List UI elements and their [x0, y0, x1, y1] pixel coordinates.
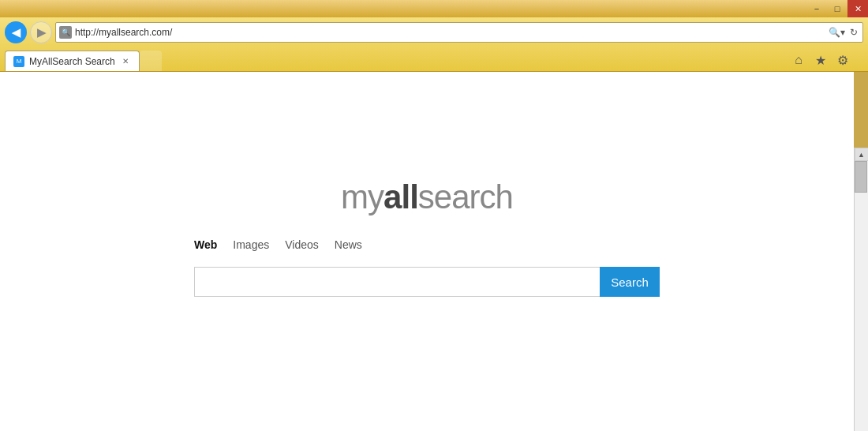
window-controls: − □ ✕ [806, 0, 868, 17]
scroll-thumb[interactable] [855, 161, 867, 193]
search-input[interactable] [194, 267, 600, 297]
forward-button[interactable]: ▶ [30, 21, 52, 43]
new-tab-button[interactable] [140, 51, 162, 71]
tab-myallsearch[interactable]: M MyAllSearch Search ✕ [5, 51, 140, 71]
search-box-area: Search [194, 267, 660, 297]
scroll-track[interactable] [855, 161, 868, 431]
logo-my: my [341, 178, 383, 216]
search-dropdown-button[interactable]: 🔍▾ [827, 27, 847, 38]
search-button[interactable]: Search [600, 267, 660, 297]
nav-web[interactable]: Web [194, 235, 217, 254]
nav-news[interactable]: News [335, 235, 362, 254]
minimize-button[interactable]: − [806, 0, 827, 17]
tab-label: MyAllSearch Search [29, 56, 115, 67]
search-nav-wrapper: Web Images Videos News [194, 235, 660, 262]
nav-videos[interactable]: Videos [285, 235, 319, 254]
back-button[interactable]: ◀ [5, 21, 27, 43]
main-wrapper: myallsearch Web Images Videos News Searc… [0, 72, 868, 431]
logo: myallsearch [341, 178, 513, 216]
scroll-up-button[interactable]: ▲ [855, 148, 869, 161]
nav-images[interactable]: Images [233, 235, 269, 254]
close-button[interactable]: ✕ [847, 0, 868, 17]
home-icon[interactable]: ⌂ [789, 51, 808, 69]
settings-icon[interactable]: ⚙ [833, 51, 852, 69]
toolbar-icons: ⌂ ★ ⚙ [789, 51, 852, 69]
scrollbar[interactable]: ▲ ▼ [854, 148, 868, 431]
maximize-button[interactable]: □ [827, 0, 847, 17]
tab-favicon: M [13, 56, 24, 67]
favorites-icon[interactable]: ★ [811, 51, 830, 69]
logo-all: all [383, 178, 418, 216]
address-favicon: 🔍 [59, 26, 72, 39]
tab-bar: M MyAllSearch Search ✕ [0, 47, 868, 71]
nav-bar: ◀ ▶ 🔍 🔍▾ ↻ [0, 17, 868, 47]
address-actions: 🔍▾ ↻ [827, 27, 859, 38]
center-content: myallsearch Web Images Videos News Searc… [194, 178, 660, 297]
browser-chrome: ◀ ▶ 🔍 🔍▾ ↻ M MyAllSearch Search ✕ ⌂ ★ ⚙ [0, 17, 868, 72]
refresh-button[interactable]: ↻ [848, 27, 859, 38]
address-bar[interactable]: 🔍 🔍▾ ↻ [55, 22, 863, 43]
search-nav: Web Images Videos News [194, 235, 362, 254]
logo-search: search [418, 178, 513, 216]
title-bar: − □ ✕ [0, 0, 868, 17]
tab-close-button[interactable]: ✕ [120, 56, 131, 67]
page-content: myallsearch Web Images Videos News Searc… [0, 72, 854, 431]
address-input[interactable] [75, 27, 824, 38]
